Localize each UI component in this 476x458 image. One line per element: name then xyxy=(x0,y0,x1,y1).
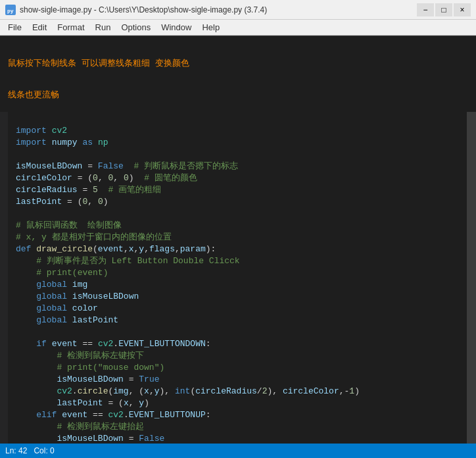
menu-item-help[interactable]: Help xyxy=(197,21,225,34)
list-item: circleColor = (0, 0, 0) # 圆笔的颜色 xyxy=(11,172,197,184)
table-row: global color xyxy=(8,303,467,315)
status-ln: Ln: 42 xyxy=(5,446,27,455)
list-item: import cv2 xyxy=(11,125,67,137)
table-row: lastPoint = (x, y) xyxy=(8,397,467,409)
app-icon: py xyxy=(5,5,16,15)
table-row: # 判断事件是否为 Left Button Double Clicck xyxy=(8,255,467,267)
table-row: elif event == cv2.EVENT_LBUTTONUP: xyxy=(8,409,467,421)
minimize-button[interactable]: − xyxy=(417,3,434,16)
list-item: # 检测到鼠标左键按下 xyxy=(11,350,144,362)
status-bar: Ln: 42 Col: 0 xyxy=(0,444,476,458)
table-row: circleColor = (0, 0, 0) # 圆笔的颜色 xyxy=(8,172,467,184)
list-item: # print("mouse down") xyxy=(11,362,164,374)
list-item: cv2.circle(img, (x,y), int(circleRadius/… xyxy=(11,386,360,397)
list-item xyxy=(11,326,21,338)
status-left: Ln: 42 Col: 0 xyxy=(5,446,55,455)
list-item: circleRadius = 5 # 画笔的粗细 xyxy=(11,184,161,196)
menu-item-options[interactable]: Options xyxy=(116,21,156,34)
close-button[interactable]: × xyxy=(454,3,471,16)
list-item: # print(event) xyxy=(11,267,108,279)
code-area[interactable]: import cv2import numpy as np isMouseLBDo… xyxy=(8,112,467,444)
list-item: isMouseLBDown = False xyxy=(11,433,164,444)
list-item xyxy=(11,208,21,220)
table-row: isMouseLBDown = False # 判断鼠标是否摁下的标志 xyxy=(8,161,467,172)
table-row xyxy=(8,208,467,220)
list-item: # x, y 都是相对于窗口内的图像的位置 xyxy=(11,232,172,243)
table-row: # print("mouse down") xyxy=(8,362,467,374)
table-row: # 鼠标回调函数 绘制图像 xyxy=(8,220,467,232)
list-item: isMouseLBDown = False # 判断鼠标是否摁下的标志 xyxy=(11,161,238,172)
list-item: global isMouseLBDown xyxy=(11,291,139,303)
annotation-banner: 鼠标按下绘制线条 可以调整线条粗细 变换颜色 线条也更流畅 xyxy=(0,36,476,112)
table-row: isMouseLBDown = True xyxy=(8,374,467,386)
table-row: global isMouseLBDown xyxy=(8,291,467,303)
menu-item-window[interactable]: Window xyxy=(156,21,197,34)
table-row: # x, y 都是相对于窗口内的图像的位置 xyxy=(8,232,467,243)
table-row: isMouseLBDown = False xyxy=(8,433,467,444)
list-item: isMouseLBDown = True xyxy=(11,374,160,386)
table-row: # print(event) xyxy=(8,267,467,279)
list-item: global color xyxy=(11,303,98,315)
table-row: # 检测到鼠标左键按下 xyxy=(8,350,467,362)
window-controls: − □ × xyxy=(417,3,471,16)
list-item: elif event == cv2.EVENT_LBUTTONUP: xyxy=(11,409,211,421)
list-item: global img xyxy=(11,279,87,291)
table-row: circleRadius = 5 # 画笔的粗细 xyxy=(8,184,467,196)
menu-item-format[interactable]: Format xyxy=(52,21,89,34)
table-row: if event == cv2.EVENT_LBUTTONDOWN: xyxy=(8,338,467,350)
menu-bar: FileEditFormatRunOptionsWindowHelp xyxy=(0,20,476,36)
svg-text:py: py xyxy=(7,8,14,14)
list-item: # 判断事件是否为 Left Button Double Clicck xyxy=(11,255,240,267)
list-item: def draw_circle(event,x,y,flags,param): xyxy=(11,243,216,255)
menu-item-edit[interactable]: Edit xyxy=(27,21,52,34)
table-row: global img xyxy=(8,279,467,291)
list-item: global lastPoint xyxy=(11,315,118,326)
menu-item-run[interactable]: Run xyxy=(90,21,116,34)
list-item: if event == cv2.EVENT_LBUTTONDOWN: xyxy=(11,338,211,350)
list-item: # 检测到鼠标左键抬起 xyxy=(11,421,144,433)
editor-container: import cv2import numpy as np isMouseLBDo… xyxy=(0,112,476,444)
table-row xyxy=(8,149,467,161)
table-row xyxy=(8,326,467,338)
maximize-button[interactable]: □ xyxy=(435,3,452,16)
list-item: lastPoint = (0, 0) xyxy=(11,196,108,208)
table-row: lastPoint = (0, 0) xyxy=(8,196,467,208)
table-row xyxy=(8,113,467,125)
list-item: import numpy as np xyxy=(11,137,108,149)
table-row: global lastPoint xyxy=(8,315,467,326)
status-col: Col: 0 xyxy=(34,446,54,455)
list-item xyxy=(11,149,21,161)
table-row: def draw_circle(event,x,y,flags,param): xyxy=(8,243,467,255)
table-row: cv2.circle(img, (x,y), int(circleRadius/… xyxy=(8,386,467,397)
annotation-line1: 鼠标按下绘制线条 可以调整线条粗细 变换颜色 xyxy=(8,57,468,69)
title-bar: py show-sigle-image.py - C:\Users\Y\Desk… xyxy=(0,0,476,20)
annotation-line2: 线条也更流畅 xyxy=(8,89,468,101)
table-row: import numpy as np xyxy=(8,137,467,149)
menu-item-file[interactable]: File xyxy=(3,21,27,34)
window-title: show-sigle-image.py - C:\Users\Y\Desktop… xyxy=(20,5,417,14)
list-item: # 鼠标回调函数 绘制图像 xyxy=(11,220,122,232)
gutter xyxy=(0,112,8,444)
scroll-markers xyxy=(467,112,476,444)
table-row: # 检测到鼠标左键抬起 xyxy=(8,421,467,433)
code-content: import cv2import numpy as np isMouseLBDo… xyxy=(8,112,467,444)
list-item: lastPoint = (x, y) xyxy=(11,397,149,409)
list-item xyxy=(11,113,21,125)
table-row: import cv2 xyxy=(8,125,467,137)
